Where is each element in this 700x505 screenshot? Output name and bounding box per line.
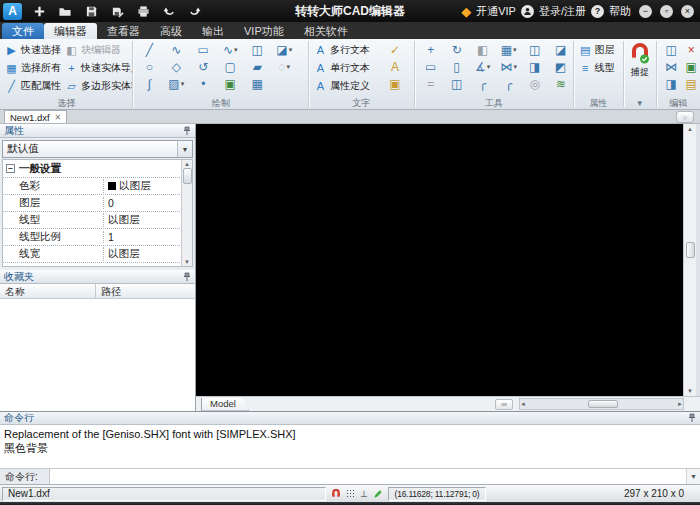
paste-icon[interactable]: ▣	[678, 58, 700, 75]
tab-list-button[interactable]: ○	[676, 111, 694, 123]
print-button[interactable]	[131, 2, 155, 20]
snap-button[interactable]: 捕捉	[625, 40, 655, 79]
scroll-down-icon[interactable]: ▼	[184, 259, 190, 265]
circle-icon[interactable]: ○	[136, 58, 162, 75]
fit-view-button[interactable]: ∞	[495, 399, 513, 410]
equal-icon[interactable]: =	[418, 75, 444, 92]
select-all-button[interactable]: ▦选择所有	[3, 59, 63, 77]
quick-select-button[interactable]: ▶快速选择	[3, 41, 63, 59]
tab-viewer[interactable]: 查看器	[97, 23, 150, 39]
document-tab[interactable]: New1.dxf ✕	[4, 110, 67, 123]
object-snap-icon[interactable]	[330, 488, 342, 500]
property-value[interactable]: 以图层	[103, 213, 192, 227]
scroll-right-icon[interactable]: ►	[677, 401, 683, 407]
property-value[interactable]: 以图层	[103, 247, 192, 261]
edit-text-icon[interactable]: A	[382, 58, 408, 75]
grid-icon[interactable]	[344, 488, 356, 500]
favorites-list[interactable]	[0, 299, 195, 421]
block-editor-button[interactable]: ◧块编辑器	[63, 41, 132, 59]
scrollbar-thumb[interactable]	[588, 400, 618, 408]
polygon-icon[interactable]: ◇	[163, 58, 189, 75]
canvas-horizontal-scrollbar[interactable]: ◄ ►	[519, 398, 684, 410]
block-icon[interactable]: ◪▾	[271, 41, 297, 58]
favorites-col-path[interactable]: 路径	[96, 284, 195, 298]
property-value[interactable]: 1	[103, 231, 192, 243]
fillet-icon[interactable]: ╭	[470, 75, 496, 92]
pin-icon[interactable]	[688, 413, 696, 423]
delete-icon[interactable]: ×	[678, 41, 700, 58]
close-tab-icon[interactable]: ✕	[55, 113, 62, 122]
drawing-canvas[interactable]	[196, 124, 683, 396]
command-history-dropdown[interactable]: ▼	[686, 469, 700, 484]
open-file-button[interactable]	[53, 2, 77, 20]
draft-pencil-icon[interactable]	[372, 488, 384, 500]
scroll-left-icon[interactable]: ◄	[520, 401, 526, 407]
extend-icon[interactable]: ▯	[444, 58, 470, 75]
property-group-row[interactable]: − 一般设置	[3, 160, 192, 178]
open-vip-button[interactable]: 开通VIP	[476, 4, 516, 19]
dim-icon[interactable]: ◎	[522, 75, 548, 92]
rotate-icon[interactable]: ↻	[444, 41, 470, 58]
image-icon[interactable]: ▣	[217, 75, 243, 92]
align-icon[interactable]: ◫	[444, 75, 470, 92]
close-button[interactable]: ×	[681, 5, 694, 18]
login-register-button[interactable]: 登录/注册	[539, 4, 586, 19]
redo-button[interactable]	[183, 2, 207, 20]
attribute-define-button[interactable]: A属性定义	[312, 77, 382, 95]
quick-entity-import-button[interactable]: +快速实体导入	[63, 59, 132, 77]
pin-icon[interactable]	[183, 272, 191, 282]
pin-icon[interactable]	[183, 126, 191, 136]
tab-editor[interactable]: 编辑器	[44, 23, 97, 39]
trim-icon[interactable]: ▭	[418, 58, 444, 75]
arc-icon[interactable]: ↺	[190, 58, 216, 75]
property-grid-scrollbar[interactable]: ▲ ▼	[181, 160, 192, 266]
scroll-up-icon[interactable]: ▲	[184, 161, 190, 167]
linetype-button[interactable]: ≡线型	[577, 59, 617, 77]
scroll-up-icon[interactable]: ▲	[687, 124, 693, 134]
mirror-icon[interactable]: ◧	[470, 41, 496, 58]
undo-button[interactable]	[157, 2, 181, 20]
multiline-text-button[interactable]: A多行文本	[312, 41, 382, 59]
rectangle-icon[interactable]: ▭	[190, 41, 216, 58]
new-file-button[interactable]	[27, 2, 51, 20]
polygon-entity-input-button[interactable]: ▱多边形实体输入	[63, 77, 132, 95]
save-as-button[interactable]	[105, 2, 129, 20]
canvas-vertical-scrollbar[interactable]: ▲ ▼	[683, 124, 696, 396]
ortho-icon[interactable]: ⊥	[358, 488, 370, 500]
paste-special-icon[interactable]: ▤	[678, 75, 700, 92]
chamfer-icon[interactable]: ╭	[496, 75, 522, 92]
measure-icon[interactable]: ∡▾	[470, 58, 496, 75]
region-icon[interactable]: ◌▾	[271, 58, 297, 75]
maximize-button[interactable]: ▫	[660, 5, 673, 18]
scroll-down-icon[interactable]: ▼	[687, 386, 693, 396]
table-icon[interactable]: ▦	[244, 75, 270, 92]
spell-check-icon[interactable]: ✓	[382, 41, 408, 58]
match-properties-button[interactable]: ╱匹配属性	[3, 77, 63, 95]
join-icon[interactable]: ◨	[522, 58, 548, 75]
model-tab[interactable]: Model	[201, 398, 249, 411]
revision-cloud-icon[interactable]: ▢	[217, 58, 243, 75]
move-icon[interactable]: +	[418, 41, 444, 58]
tab-related-software[interactable]: 相关软件	[294, 23, 358, 39]
singleline-text-button[interactable]: A单行文本	[312, 59, 382, 77]
tab-vip-features[interactable]: VIP功能	[234, 23, 294, 39]
scrollbar-thumb[interactable]	[183, 168, 192, 184]
scrollbar-thumb[interactable]	[686, 242, 695, 258]
hatch-icon[interactable]: ▨▾	[163, 75, 189, 92]
save-button[interactable]	[79, 2, 103, 20]
edit-attribute-icon[interactable]: ▣	[382, 75, 408, 92]
collapse-icon[interactable]: −	[6, 164, 15, 173]
brush-icon[interactable]: ▰	[244, 58, 270, 75]
explode-icon[interactable]: ◩	[548, 58, 573, 75]
tab-file[interactable]: 文件	[2, 23, 44, 39]
property-value[interactable]: 0	[103, 197, 192, 209]
polyline-icon[interactable]: ∿	[163, 41, 189, 58]
multiline-icon[interactable]: ∿▾	[217, 41, 243, 58]
layer-tool-icon[interactable]: ≋	[548, 75, 573, 92]
property-value[interactable]: 以图层	[103, 179, 192, 193]
group-icon[interactable]: ◫	[522, 41, 548, 58]
break-icon[interactable]: ⋈▾	[496, 58, 522, 75]
line-icon[interactable]: ╱	[136, 41, 162, 58]
tab-output[interactable]: 输出	[192, 23, 234, 39]
favorites-col-name[interactable]: 名称	[0, 284, 96, 298]
